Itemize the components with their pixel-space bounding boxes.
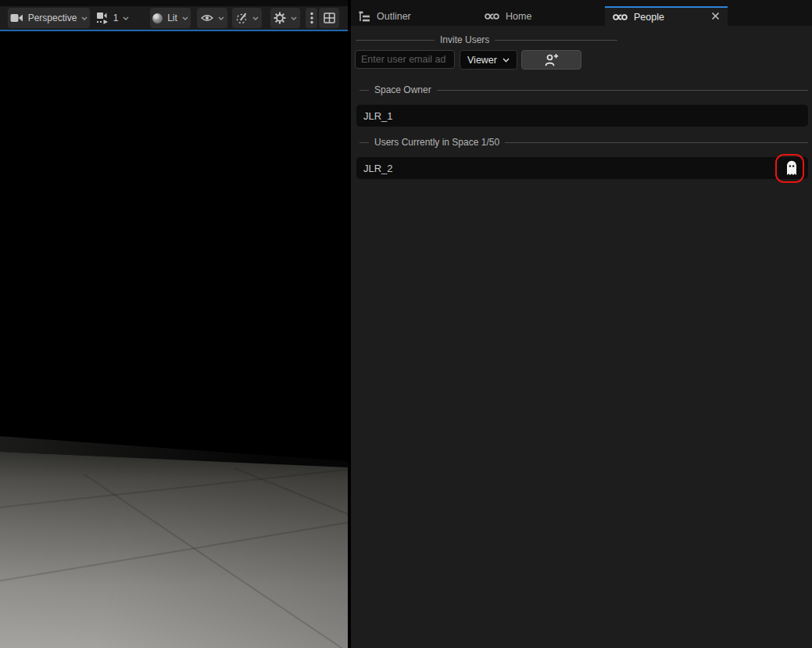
users-in-space-title: Users Currently in Space 1/50	[374, 137, 499, 148]
divider-line	[505, 142, 808, 143]
divider-line	[437, 90, 808, 91]
viewport-more-menu[interactable]	[306, 8, 317, 28]
viewport-active-border	[0, 30, 348, 31]
chevron-down-icon	[252, 16, 259, 20]
space-owner-title: Space Owner	[374, 84, 431, 95]
user-name: JLR_2	[363, 163, 393, 174]
viewport-canvas[interactable]: Perspective 1	[0, 0, 348, 648]
tab-label: Home	[506, 11, 531, 22]
view-perf-gauge-icon	[236, 13, 248, 24]
app-window: Perspective 1	[0, 0, 812, 648]
kebab-menu-icon	[310, 12, 313, 24]
close-tab-button[interactable]	[711, 12, 720, 20]
role-selected-label: Viewer	[467, 55, 497, 66]
outliner-icon	[359, 11, 370, 22]
visibility-eye-icon	[201, 14, 213, 22]
screen-size-dropdown[interactable]: 1	[97, 8, 128, 28]
divider-line	[359, 90, 369, 91]
screen-count-label: 1	[113, 13, 119, 23]
camera-mode-label: Perspective	[28, 13, 77, 23]
invite-users-title: Invite Users	[440, 34, 489, 45]
ghost-icon	[785, 160, 798, 176]
lit-sphere-icon	[152, 13, 163, 23]
chevron-down-icon	[291, 16, 297, 20]
divider-line	[495, 40, 617, 41]
invite-email-input[interactable]	[355, 50, 455, 69]
floor-seam	[84, 474, 344, 648]
invite-user-button[interactable]	[521, 50, 581, 70]
view-mode-dropdown[interactable]: Lit	[150, 8, 191, 28]
video-camera-icon	[10, 13, 23, 23]
space-owner-section-header: Space Owner	[359, 84, 808, 95]
divider-line	[359, 142, 369, 143]
view-performance-dropdown[interactable]	[232, 8, 262, 28]
view-mode-label: Lit	[167, 13, 177, 23]
chevron-down-icon	[182, 16, 188, 20]
chevron-down-icon	[218, 16, 224, 20]
owner-row[interactable]: JLR_1	[356, 105, 808, 127]
quad-layout-button[interactable]	[319, 8, 339, 28]
tab-strip: Outliner Home	[351, 0, 812, 26]
viewport-toolbar: Perspective 1	[0, 6, 348, 30]
viewport-top-strip	[0, 0, 348, 6]
floor-plane	[0, 0, 348, 648]
invite-users-section-header: Invite Users	[356, 34, 617, 45]
space-logo-icon	[613, 13, 628, 21]
viewport-settings-dropdown[interactable]	[270, 8, 300, 28]
camera-mode-dropdown[interactable]: Perspective	[8, 8, 90, 28]
add-person-icon	[544, 53, 559, 66]
divider-line	[356, 40, 435, 41]
ghost-mode-button[interactable]	[780, 158, 803, 178]
settings-gear-icon	[274, 12, 286, 24]
chevron-down-icon	[503, 58, 510, 63]
role-select-dropdown[interactable]: Viewer	[460, 50, 517, 70]
show-flags-dropdown[interactable]	[197, 8, 227, 28]
space-logo-icon	[485, 13, 499, 20]
tab-people[interactable]: People	[605, 6, 728, 26]
quad-layout-icon	[324, 13, 335, 23]
tab-home[interactable]: Home	[477, 6, 603, 26]
viewport-floor	[0, 0, 348, 648]
people-panel: Outliner Home	[351, 0, 812, 648]
chevron-down-icon	[81, 16, 88, 20]
screen-size-icon	[96, 12, 109, 24]
chevron-down-icon	[123, 16, 129, 20]
users-in-space-section-header: Users Currently in Space 1/50	[359, 137, 808, 148]
owner-name: JLR_1	[363, 110, 393, 122]
tab-label: People	[634, 12, 664, 23]
floor-seam	[234, 467, 348, 545]
floor-seam	[0, 519, 348, 582]
tab-outliner[interactable]: Outliner	[351, 6, 477, 26]
tab-label: Outliner	[377, 11, 411, 22]
floor-seam	[0, 467, 348, 508]
user-row[interactable]: JLR_2	[356, 157, 808, 179]
